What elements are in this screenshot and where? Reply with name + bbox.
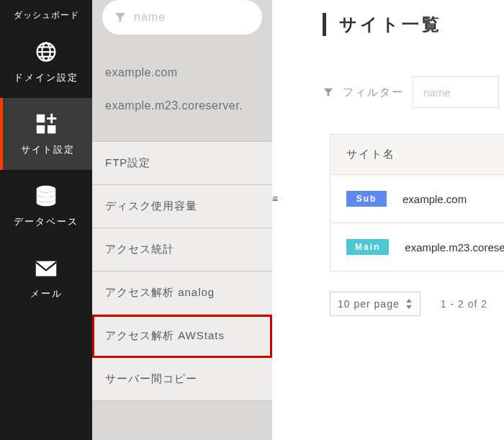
- sidebar: ダッシュボード ドメイン設定 サイト設定: [0, 0, 92, 440]
- subpanel-filter-input[interactable]: [134, 11, 251, 24]
- main-content: サイト一覧 フィルター サイト名 Sub example.com Main ex…: [272, 0, 504, 440]
- svg-point-10: [37, 186, 56, 192]
- sidebar-item-database[interactable]: データベース: [0, 170, 92, 242]
- sidebar-item-label: メール: [30, 287, 63, 300]
- table-row[interactable]: Sub example.com: [330, 175, 504, 223]
- badge-sub: Sub: [346, 191, 387, 207]
- menu-awstats[interactable]: アクセス解析 AWStats: [92, 315, 272, 358]
- subpanel-site-item[interactable]: example.m23.coreserver.: [105, 89, 259, 122]
- subpanel-site-item[interactable]: example.com: [105, 56, 259, 89]
- subpanel-site-list: example.com example.m23.coreserver.: [92, 48, 272, 141]
- per-page-select[interactable]: 10 per page: [330, 292, 420, 316]
- badge-main: Main: [346, 239, 389, 255]
- svg-rect-6: [37, 125, 45, 133]
- main-filter-input[interactable]: [413, 76, 499, 108]
- svg-rect-7: [48, 125, 55, 133]
- filter-icon: [323, 86, 334, 98]
- globe-icon: [32, 40, 60, 64]
- per-page-label: 10 per page: [338, 298, 400, 310]
- menu-disk[interactable]: ディスク使用容量: [92, 185, 272, 228]
- filter-label: フィルター: [343, 86, 404, 99]
- menu-server-copy[interactable]: サーバー間コピー: [92, 358, 272, 401]
- site-table: サイト名 Sub example.com Main example.m23.co…: [330, 134, 504, 271]
- menu-ftp[interactable]: FTP設定: [92, 142, 272, 185]
- site-name: example.m23.coreserver: [405, 241, 504, 253]
- table-header: サイト名: [330, 135, 504, 175]
- sidebar-item-site[interactable]: サイト設定: [0, 98, 92, 170]
- site-name: example.com: [402, 193, 467, 205]
- main-filter-row: フィルター: [323, 76, 504, 108]
- svg-rect-5: [37, 115, 45, 122]
- sidebar-item-label: サイト設定: [21, 143, 75, 156]
- sidebar-item-domain[interactable]: ドメイン設定: [0, 26, 92, 98]
- database-icon: [32, 184, 60, 208]
- subpanel-menu: FTP設定 ディスク使用容量 アクセス統計 アクセス解析 analog アクセス…: [92, 141, 272, 401]
- table-row[interactable]: Main example.m23.coreserver: [330, 223, 504, 271]
- filter-icon: [114, 11, 127, 24]
- menu-analog[interactable]: アクセス解析 analog: [92, 271, 272, 315]
- mail-icon: [32, 256, 60, 280]
- grid-add-icon: [34, 112, 61, 136]
- sidebar-item-mail[interactable]: メール: [0, 242, 92, 314]
- sidebar-item-label: ダッシュボード: [14, 9, 79, 22]
- site-subpanel: example.com example.m23.coreserver. FTP設…: [92, 0, 272, 440]
- stepper-icon: [405, 299, 413, 309]
- menu-access-stats[interactable]: アクセス統計: [92, 228, 272, 271]
- sidebar-item-dashboard[interactable]: ダッシュボード: [0, 0, 92, 26]
- sidebar-item-label: データベース: [14, 215, 78, 228]
- sidebar-item-label: ドメイン設定: [14, 71, 78, 84]
- page-title: サイト一覧: [323, 13, 504, 36]
- pager-range: 1 - 2 of 2: [441, 298, 487, 310]
- subpanel-filter[interactable]: [102, 0, 262, 35]
- pager: 10 per page 1 - 2 of 2: [330, 292, 504, 316]
